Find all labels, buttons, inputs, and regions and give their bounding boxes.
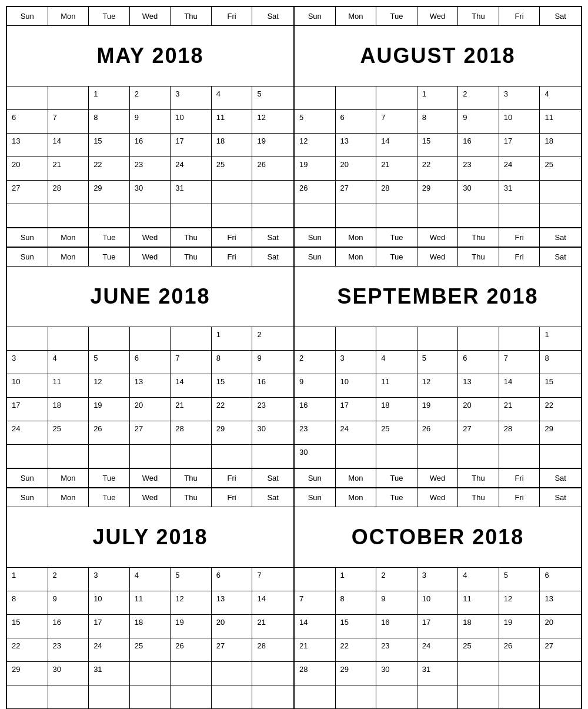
day-cell: 20 (458, 398, 499, 421)
day-cell: 26 (89, 421, 130, 445)
day-cell: 4 (212, 86, 253, 110)
days-grid-august-2018: 1234567891011121314151617181920212223242… (295, 86, 581, 228)
day-header-cell: Sat (540, 248, 581, 266)
day-header-cell: Wed (417, 248, 459, 266)
day-footer-cell: Sun (295, 469, 336, 487)
day-cell: 17 (7, 398, 48, 421)
day-cell (89, 327, 130, 351)
day-cell: 21 (252, 615, 293, 638)
day-cell (130, 327, 171, 351)
day-cell: 10 (499, 110, 540, 134)
day-cell (89, 685, 130, 709)
day-header-cell: Thu (458, 248, 499, 266)
day-cell: 15 (212, 374, 253, 398)
day-cell: 25 (212, 157, 253, 181)
day-cell: 23 (252, 398, 293, 421)
day-cell: 11 (540, 110, 581, 134)
days-grid-september-2018: 1234567891011121314151617181920212223242… (295, 327, 581, 468)
day-cell (7, 204, 48, 228)
day-cell: 16 (252, 374, 293, 398)
day-cell (212, 685, 253, 709)
day-footer-cell: Tue (376, 228, 417, 247)
day-cell: 1 (417, 86, 459, 110)
day-cell: 19 (89, 398, 130, 421)
day-cell: 19 (171, 615, 212, 638)
day-cell: 12 (252, 110, 293, 134)
day-cell: 10 (89, 591, 130, 615)
day-cell: 28 (499, 421, 540, 445)
day-cell (212, 445, 253, 468)
day-cell: 25 (540, 157, 581, 181)
day-header-cell: Wed (130, 248, 171, 266)
day-cell: 29 (540, 421, 581, 445)
day-footer-cell: Tue (89, 228, 130, 247)
day-cell (252, 204, 293, 228)
day-cell: 26 (417, 421, 459, 445)
day-cell (130, 204, 171, 228)
day-cell: 17 (417, 615, 459, 638)
day-header-cell: Tue (89, 248, 130, 266)
day-footer-cell: Mon (48, 228, 89, 247)
day-cell: 6 (336, 110, 377, 134)
day-cell (212, 662, 253, 685)
day-cell: 8 (540, 351, 581, 374)
day-cell: 2 (295, 351, 336, 374)
day-cell: 22 (89, 157, 130, 181)
day-cell: 9 (48, 591, 89, 615)
day-header-cell: Fri (499, 248, 540, 266)
day-cell (336, 204, 377, 228)
day-cell (252, 685, 293, 709)
month-title-august-2018: AUGUST 2018 (295, 26, 581, 86)
day-header-cell: Sun (295, 7, 336, 25)
day-cell: 11 (376, 374, 417, 398)
day-cell: 13 (458, 374, 499, 398)
day-footer-cell: Tue (89, 469, 130, 487)
day-cell: 1 (212, 327, 253, 351)
day-cell (252, 445, 293, 468)
day-cell: 23 (295, 421, 336, 445)
day-header-cell: Fri (499, 7, 540, 25)
day-cell: 15 (540, 374, 581, 398)
day-footer-cell: Wed (130, 469, 171, 487)
day-header-cell: Sun (295, 248, 336, 266)
day-cell: 30 (48, 662, 89, 685)
day-cell (417, 685, 459, 709)
day-cell: 21 (376, 157, 417, 181)
day-cell: 25 (48, 421, 89, 445)
day-cell: 6 (212, 568, 253, 591)
day-cell: 3 (417, 568, 459, 591)
day-footer-cell: Thu (171, 469, 212, 487)
day-cell: 9 (252, 351, 293, 374)
day-cell: 18 (458, 615, 499, 638)
day-footer-cell: Sat (252, 469, 293, 487)
day-footer-cell: Wed (417, 469, 459, 487)
day-cell: 3 (499, 86, 540, 110)
day-cell: 2 (458, 86, 499, 110)
day-cell: 7 (252, 568, 293, 591)
day-header-cell: Fri (212, 488, 253, 507)
day-cell: 22 (212, 398, 253, 421)
day-cell: 6 (130, 351, 171, 374)
day-cell: 26 (499, 638, 540, 662)
day-cell: 3 (7, 351, 48, 374)
day-cell (540, 445, 581, 468)
day-cell: 10 (171, 110, 212, 134)
day-cell: 22 (7, 638, 48, 662)
day-footer-cell: Fri (499, 469, 540, 487)
day-cell (540, 685, 581, 709)
day-cell (7, 327, 48, 351)
day-cell (499, 662, 540, 685)
day-header-july-2018: SunMonTueWedThuFriSat (7, 488, 293, 507)
day-cell: 30 (376, 662, 417, 685)
day-cell: 18 (130, 615, 171, 638)
day-cell: 9 (295, 374, 336, 398)
day-cell: 6 (540, 568, 581, 591)
day-footer-august-2018: SunMonTueWedThuFriSat (295, 228, 581, 247)
day-cell (376, 327, 417, 351)
month-title-may-2018: MAY 2018 (7, 26, 293, 86)
day-cell (295, 204, 336, 228)
day-cell: 23 (48, 638, 89, 662)
day-cell: 15 (89, 134, 130, 157)
day-cell (376, 86, 417, 110)
day-cell: 3 (89, 568, 130, 591)
